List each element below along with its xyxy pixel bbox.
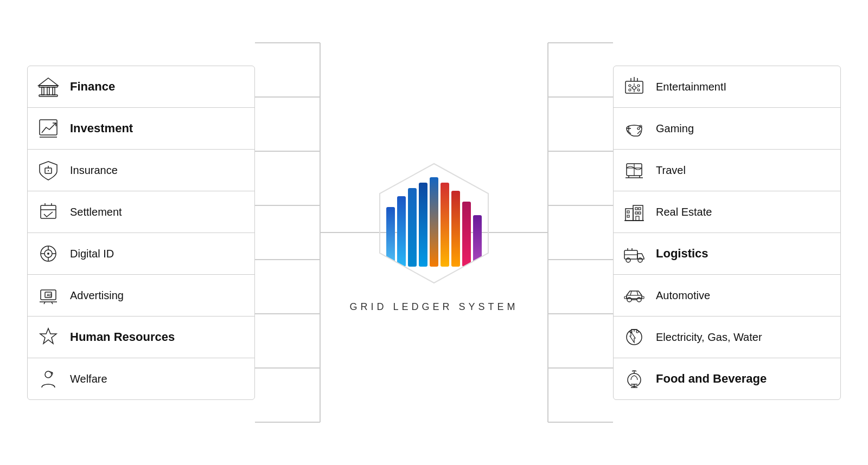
svg-rect-94 <box>636 216 639 221</box>
right-item-automotive[interactable]: Automotive <box>613 274 841 317</box>
svg-marker-48 <box>40 328 56 344</box>
right-item-electricity[interactable]: Electricity, Gas, Water <box>613 316 841 358</box>
left-item-insurance[interactable]: Insurance <box>27 149 255 191</box>
right-item-food-beverage[interactable]: Food and Beverage <box>613 358 841 400</box>
center-panel: GRID LEDGER SYSTEM <box>282 153 586 313</box>
svg-point-67 <box>633 86 636 89</box>
entertainment-icon <box>622 75 646 99</box>
left-item-advertising[interactable]: AD Advertising <box>27 274 255 317</box>
svg-rect-31 <box>41 205 56 218</box>
svg-rect-91 <box>639 212 641 214</box>
settlement-icon <box>36 200 60 224</box>
left-item-finance[interactable]: Finance <box>27 66 255 108</box>
svg-rect-22 <box>47 87 49 95</box>
human-resources-label: Human Resources <box>70 330 175 344</box>
digital-id-icon <box>36 242 60 266</box>
automotive-label: Automotive <box>656 289 710 302</box>
advertising-icon: AD <box>36 283 60 307</box>
svg-rect-21 <box>42 87 44 95</box>
investment-icon <box>36 117 60 140</box>
insurance-icon <box>36 158 60 182</box>
automotive-icon <box>622 283 646 307</box>
right-item-travel[interactable]: Travel <box>613 149 841 191</box>
entertainment-label: EntertainmentI <box>656 81 726 93</box>
svg-point-102 <box>637 298 641 302</box>
svg-rect-53 <box>397 196 406 267</box>
electricity-icon <box>622 325 646 349</box>
svg-rect-90 <box>635 212 637 214</box>
svg-rect-88 <box>635 208 637 210</box>
left-item-investment[interactable]: Investment <box>27 107 255 150</box>
svg-point-66 <box>637 89 640 91</box>
settlement-label: Settlement <box>70 206 122 218</box>
electricity-label: Electricity, Gas, Water <box>656 331 762 344</box>
svg-rect-58 <box>451 191 460 267</box>
left-panel: Finance Investment <box>27 66 255 399</box>
svg-rect-86 <box>633 205 643 221</box>
real-estate-icon <box>622 200 646 224</box>
svg-point-75 <box>637 127 640 130</box>
svg-point-65 <box>629 89 631 91</box>
svg-point-101 <box>627 298 631 302</box>
svg-point-63 <box>629 85 631 87</box>
insurance-label: Insurance <box>70 164 118 177</box>
logo-container: GRID LEDGER SYSTEM <box>349 153 518 313</box>
advertising-label: Advertising <box>70 289 124 302</box>
right-item-entertainment[interactable]: EntertainmentI <box>613 66 841 108</box>
svg-rect-57 <box>441 183 449 267</box>
svg-rect-56 <box>430 177 438 267</box>
investment-label: Investment <box>70 121 133 135</box>
human-resources-icon <box>36 325 60 349</box>
gaming-icon <box>622 117 646 140</box>
left-item-welfare[interactable]: Welfare <box>27 358 255 400</box>
svg-marker-25 <box>39 78 58 86</box>
right-item-gaming[interactable]: Gaming <box>613 107 841 150</box>
svg-text:AD: AD <box>47 293 52 297</box>
left-item-human-resources[interactable]: Human Resources <box>27 316 255 358</box>
finance-label: Finance <box>70 80 115 94</box>
gaming-label: Gaming <box>656 122 694 135</box>
svg-point-97 <box>638 258 642 262</box>
svg-rect-108 <box>642 296 644 299</box>
svg-rect-55 <box>419 183 427 267</box>
svg-rect-23 <box>53 87 55 95</box>
logistics-label: Logistics <box>656 247 709 261</box>
real-estate-label: Real Estate <box>656 206 712 218</box>
svg-rect-89 <box>639 208 641 210</box>
svg-line-105 <box>630 291 631 295</box>
travel-label: Travel <box>656 164 686 177</box>
svg-point-64 <box>637 85 640 87</box>
left-item-settlement[interactable]: Settlement <box>27 191 255 233</box>
svg-point-96 <box>626 258 630 262</box>
svg-rect-92 <box>627 211 629 213</box>
svg-point-37 <box>47 253 49 255</box>
hex-logo <box>363 153 505 294</box>
welfare-icon <box>36 367 60 391</box>
svg-point-111 <box>636 331 639 333</box>
svg-rect-93 <box>627 215 629 217</box>
svg-rect-59 <box>462 202 471 267</box>
svg-rect-85 <box>626 209 633 221</box>
svg-line-106 <box>637 291 638 295</box>
svg-rect-24 <box>39 95 58 96</box>
svg-rect-54 <box>408 188 417 267</box>
left-item-digital-id[interactable]: Digital ID <box>27 232 255 275</box>
food-beverage-icon <box>622 367 646 391</box>
svg-rect-107 <box>624 296 627 299</box>
main-container: Finance Investment <box>27 16 841 449</box>
app-title: GRID LEDGER SYSTEM <box>349 301 518 313</box>
finance-icon <box>36 75 60 99</box>
right-item-logistics[interactable]: Logistics <box>613 232 841 275</box>
digital-id-label: Digital ID <box>70 248 114 260</box>
logistics-icon <box>622 242 646 266</box>
food-beverage-label: Food and Beverage <box>656 372 767 386</box>
travel-icon <box>622 158 646 182</box>
welfare-label: Welfare <box>70 373 107 385</box>
right-item-real-estate[interactable]: Real Estate <box>613 191 841 233</box>
svg-point-50 <box>52 372 53 374</box>
right-panel: EntertainmentI Gaming <box>613 66 841 399</box>
